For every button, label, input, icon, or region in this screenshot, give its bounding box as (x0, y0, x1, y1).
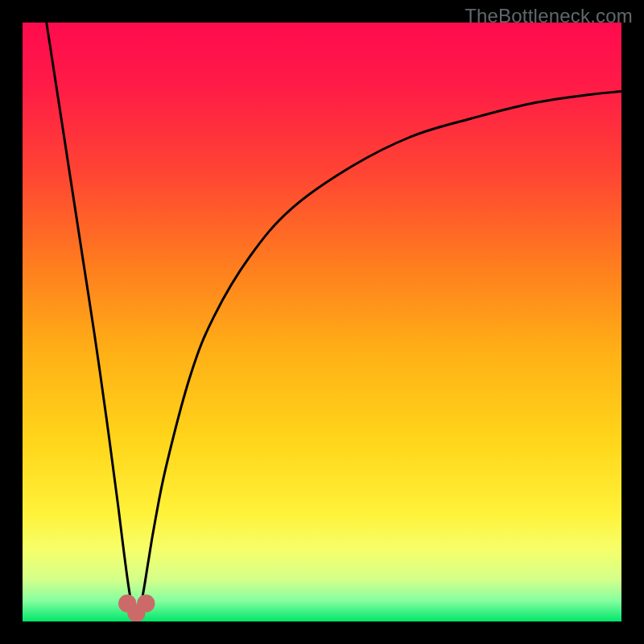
chart-frame: TheBottleneck.com (0, 0, 644, 644)
chart-plot-area (23, 23, 621, 621)
chart-background-gradient (23, 23, 621, 621)
chart-svg (23, 23, 621, 621)
watermark-text: TheBottleneck.com (464, 5, 633, 27)
bump-marker (137, 595, 155, 613)
